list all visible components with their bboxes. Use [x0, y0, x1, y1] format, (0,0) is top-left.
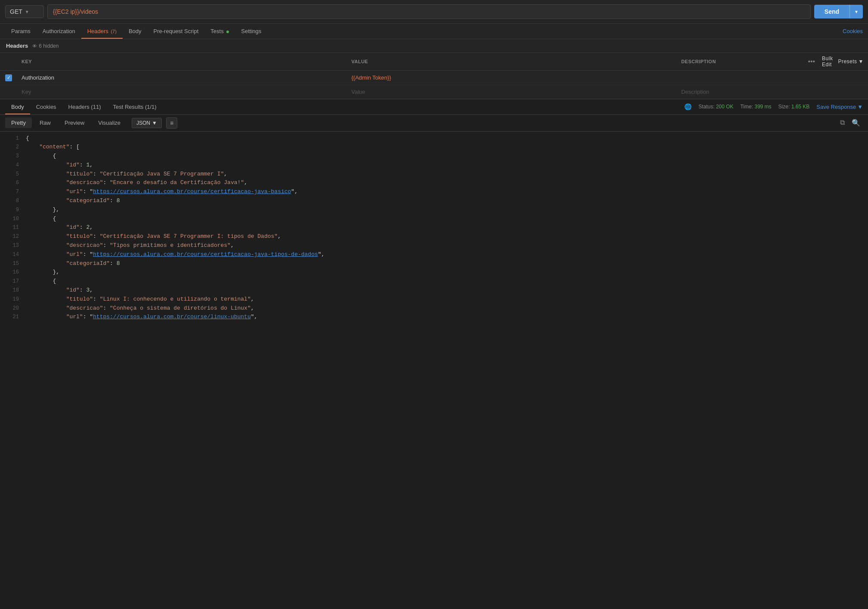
- json-line-10: 10 {: [0, 215, 868, 224]
- headers-section: Headers 👁 6 hidden KEY VALUE DESCRIPTION…: [0, 39, 868, 99]
- desc-placeholder-cell[interactable]: Description: [677, 85, 802, 98]
- json-line-12: 12 "titulo": "Certificação Java SE 7 Pro…: [0, 232, 868, 241]
- bulk-edit-button[interactable]: Bulk Edit: [822, 55, 833, 68]
- value-placeholder: Value: [351, 89, 365, 95]
- key-placeholder-cell[interactable]: Key: [17, 85, 347, 98]
- table-row-empty: Key Value Description: [0, 85, 868, 98]
- json-line-11: 11 "id": 2,: [0, 223, 868, 232]
- resp-tab-body[interactable]: Body: [5, 99, 30, 114]
- value-cell: {{Admin Token}}: [347, 71, 676, 85]
- json-line-15: 15 "categoriaId": 8: [0, 259, 868, 268]
- headers-badge: (7): [111, 29, 116, 34]
- json-line-17: 17 {: [0, 277, 868, 286]
- json-line-14: 14 "url": "https://cursos.alura.com.br/c…: [0, 250, 868, 259]
- empty-actions-cell: [802, 85, 868, 98]
- send-button[interactable]: Send: [814, 5, 849, 18]
- format-tab-visualize[interactable]: Visualize: [92, 117, 127, 128]
- key-placeholder: Key: [22, 89, 31, 95]
- format-type-select[interactable]: JSON ▼: [132, 118, 162, 128]
- format-tab-pretty[interactable]: Pretty: [5, 117, 32, 128]
- method-label: GET: [10, 8, 22, 15]
- json-line-9: 9 },: [0, 206, 868, 215]
- resp-tab-headers[interactable]: Headers (11): [62, 99, 107, 114]
- presets-chevron-icon: ▼: [859, 58, 864, 65]
- eye-icon: 👁: [32, 43, 37, 49]
- row-checkbox[interactable]: [0, 71, 17, 85]
- url-input[interactable]: [47, 4, 811, 19]
- json-line-5: 5 "titulo": "Certificação Java SE 7 Prog…: [0, 170, 868, 179]
- json-line-21: 21 "url": "https://cursos.alura.com.br/c…: [0, 313, 868, 322]
- desc-placeholder: Description: [681, 89, 709, 95]
- tab-params[interactable]: Params: [5, 24, 37, 39]
- send-arrow-button[interactable]: ▼: [849, 5, 863, 18]
- json-line-20: 20 "descricao": "Conheça o sistema de di…: [0, 304, 868, 313]
- headers-toolbar: Headers 👁 6 hidden: [0, 39, 868, 52]
- header-value[interactable]: {{Admin Token}}: [351, 74, 391, 81]
- tab-body[interactable]: Body: [123, 24, 148, 39]
- url-link-3[interactable]: https://cursos.alura.com.br/course/linux…: [93, 314, 251, 320]
- method-dropdown[interactable]: GET ▼: [5, 5, 44, 18]
- url-link-1[interactable]: https://cursos.alura.com.br/course/certi…: [93, 188, 291, 195]
- cookies-link[interactable]: Cookies: [843, 28, 863, 34]
- json-line-13: 13 "descricao": "Tipos primitimos e iden…: [0, 241, 868, 250]
- resp-tab-test-results[interactable]: Test Results (1/1): [107, 99, 162, 114]
- col-desc-header: DESCRIPTION: [677, 53, 802, 71]
- headers-table: KEY VALUE DESCRIPTION ••• Bulk Edit Pres…: [0, 52, 868, 99]
- format-chevron-icon: ▼: [152, 120, 157, 126]
- tab-pre-request-script[interactable]: Pre-request Script: [148, 24, 205, 39]
- presets-button[interactable]: Presets ▼: [838, 58, 864, 65]
- copy-icon[interactable]: ⧉: [837, 119, 847, 127]
- wrap-lines-icon: ≡: [170, 120, 173, 126]
- json-line-4: 4 "id": 1,: [0, 161, 868, 170]
- format-tab-raw[interactable]: Raw: [34, 117, 57, 128]
- send-button-group: Send ▼: [814, 5, 863, 18]
- save-response-chevron-icon: ▼: [857, 104, 863, 110]
- wrap-button[interactable]: ≡: [166, 117, 177, 129]
- method-chevron-icon: ▼: [25, 9, 29, 14]
- json-line-3: 3 {: [0, 152, 868, 161]
- json-line-6: 6 "descricao": "Encare o desafio da Cert…: [0, 178, 868, 188]
- key-cell: Authorization: [17, 71, 347, 85]
- save-response-button[interactable]: Save Response ▼: [816, 104, 863, 110]
- globe-icon: 🌐: [684, 103, 692, 110]
- size-value: 1.65 KB: [791, 104, 810, 110]
- json-line-7: 7 "url": "https://cursos.alura.com.br/co…: [0, 188, 868, 197]
- tab-authorization[interactable]: Authorization: [37, 24, 81, 39]
- row-actions-cell: [802, 71, 868, 85]
- time-value: 399 ms: [754, 104, 771, 110]
- size-info: Size: 1.65 KB: [778, 104, 810, 110]
- hidden-count-badge: 👁 6 hidden: [32, 43, 59, 49]
- table-row: Authorization {{Admin Token}}: [0, 71, 868, 85]
- headers-section-title: Headers: [6, 43, 28, 49]
- json-line-16: 16 },: [0, 268, 868, 277]
- col-actions-header: ••• Bulk Edit Presets ▼: [802, 53, 868, 71]
- request-tabs: Params Authorization Headers (7) Body Pr…: [0, 24, 868, 39]
- json-line-18: 18 "id": 3,: [0, 286, 868, 295]
- empty-checkbox: [0, 85, 17, 98]
- checked-icon[interactable]: [5, 74, 12, 81]
- status-label: Status: 200 OK: [698, 104, 733, 110]
- json-line-19: 19 "titulo": "Linux I: conhecendo e util…: [0, 295, 868, 304]
- col-key-header: KEY: [17, 53, 347, 71]
- desc-cell: [677, 71, 802, 85]
- tab-settings[interactable]: Settings: [235, 24, 267, 39]
- response-section: Body Cookies Headers (11) Test Results (…: [0, 99, 868, 325]
- search-icon[interactable]: 🔍: [849, 119, 863, 127]
- resp-tab-cookies[interactable]: Cookies: [30, 99, 62, 114]
- url-link-2[interactable]: https://cursos.alura.com.br/course/certi…: [93, 251, 318, 258]
- response-status-area: 🌐 Status: 200 OK Time: 399 ms Size: 1.65…: [684, 103, 863, 110]
- key-value[interactable]: Authorization: [22, 74, 54, 81]
- col-check-header: [0, 53, 17, 71]
- time-info: Time: 399 ms: [740, 104, 771, 110]
- format-tab-preview[interactable]: Preview: [59, 117, 90, 128]
- json-line-8: 8 "categoriaId": 8: [0, 197, 868, 206]
- tests-dot-icon: [226, 31, 229, 33]
- tab-headers[interactable]: Headers (7): [81, 24, 123, 39]
- request-bar: GET ▼ Send ▼: [0, 0, 868, 24]
- more-options-icon[interactable]: •••: [806, 58, 817, 65]
- col-value-header: VALUE: [347, 53, 676, 71]
- tab-tests[interactable]: Tests: [204, 24, 235, 39]
- value-placeholder-cell[interactable]: Value: [347, 85, 676, 98]
- status-code: 200 OK: [716, 104, 734, 110]
- json-body: 1 { 2 "content": [ 3 { 4 "id": 1, 5: [0, 132, 868, 325]
